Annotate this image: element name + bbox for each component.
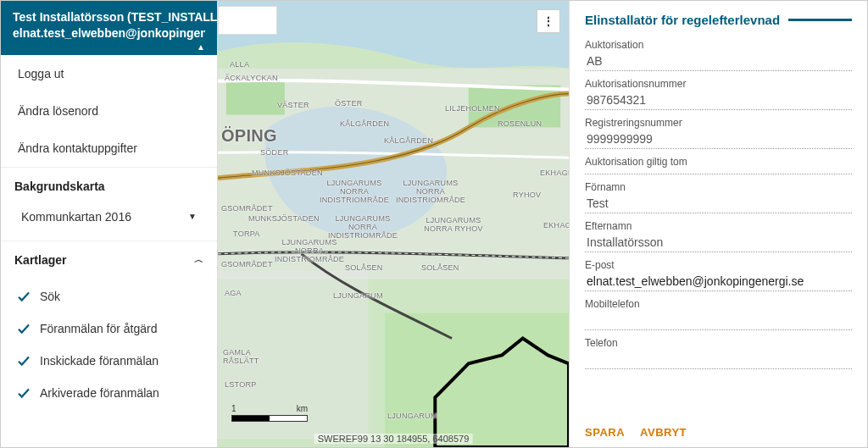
scalebar-bar — [231, 415, 308, 422]
layer-item-search[interactable]: Sök — [9, 280, 214, 312]
sidebar-user-header[interactable]: Test Installatörsson (TEST_INSTALLER) el… — [1, 1, 217, 55]
basemap-section-title: Bakgrundskarta — [1, 168, 217, 202]
value-regnum: 9999999999 — [585, 130, 852, 148]
label-email: E-post — [585, 259, 852, 271]
field-phone[interactable]: Telefon — [585, 337, 852, 369]
label-mobile: Mobiltelefon — [585, 298, 852, 310]
user-name: Test Installatörsson (TEST_INSTALLER) — [13, 9, 205, 25]
scale-value: 1 — [231, 404, 236, 413]
chevron-up-icon: ︿ — [194, 253, 203, 266]
label-regnum: Registreringsnummer — [585, 117, 852, 129]
field-regnum: Registreringsnummer 9999999999 — [585, 117, 852, 149]
map-layer-box[interactable] — [218, 6, 277, 35]
value-firstname: Test — [585, 194, 852, 213]
layer-label: Arkiverade föranmälan — [40, 386, 159, 400]
chevron-down-icon: ▼ — [188, 212, 197, 221]
user-email: elnat.test_elwebben@jonkopingenergi — [13, 25, 205, 41]
input-mobile[interactable] — [585, 311, 852, 329]
layer-item-inskickade[interactable]: Inskickade föranmälan — [9, 345, 214, 377]
input-phone[interactable] — [585, 350, 852, 368]
layer-label: Inskickade föranmälan — [40, 354, 159, 368]
field-email[interactable]: E-post — [585, 259, 852, 291]
field-lastname: Efternamn Installatörsson — [585, 220, 852, 252]
panel-title-row: Elinstallatör för regelefterlevnad — [585, 13, 852, 27]
label-valid: Auktorisation giltig tom — [585, 156, 852, 168]
divider — [585, 368, 852, 369]
check-icon — [16, 353, 31, 368]
panel-title-line — [788, 19, 852, 21]
scale-unit: km — [297, 404, 308, 413]
label-firstname: Förnamn — [585, 181, 852, 193]
layer-label: Sök — [40, 290, 60, 303]
layer-item-arkiverade[interactable]: Arkiverade föranmälan — [9, 377, 214, 409]
divider — [585, 109, 852, 110]
panel-title: Elinstallatör för regelefterlevnad — [585, 13, 780, 27]
panel-actions: SPARA AVBRYT — [585, 414, 852, 439]
map-menu-button[interactable]: ⋮ — [537, 9, 560, 33]
layer-list: Sök Föranmälan för åtgärd Inskickade för… — [1, 275, 217, 409]
basemap-selected: Kommunkartan 2016 — [21, 210, 131, 224]
divider — [585, 174, 852, 174]
map-coordinates: SWEREF99 13 30 184955, 6408579 — [314, 434, 473, 444]
divider — [585, 290, 852, 291]
menu-change-password[interactable]: Ändra lösenord — [1, 92, 217, 130]
account-menu: Logga ut Ändra lösenord Ändra kontaktupp… — [1, 55, 217, 168]
svg-rect-3 — [226, 81, 285, 115]
map-scalebar: 1 km — [231, 404, 308, 422]
save-button[interactable]: SPARA — [585, 426, 625, 439]
label-authnum: Auktorisationsnummer — [585, 78, 852, 90]
input-email[interactable] — [585, 272, 852, 290]
check-icon — [16, 321, 31, 336]
cancel-button[interactable]: AVBRYT — [640, 426, 687, 439]
field-valid: Auktorisation giltig tom — [585, 156, 852, 174]
layer-label: Föranmälan för åtgärd — [40, 322, 158, 335]
divider — [585, 252, 852, 252]
map-canvas[interactable]: ⋮ ÖPING ALLA ÄCKALYCKAN VÄSTER ÖSTER KÅL… — [218, 1, 569, 447]
field-auth: Auktorisation AB — [585, 39, 852, 71]
value-lastname: Installatörsson — [585, 233, 852, 252]
layers-title-label: Kartlager — [14, 253, 66, 267]
check-icon — [16, 289, 31, 304]
label-phone: Telefon — [585, 337, 852, 349]
field-mobile[interactable]: Mobiltelefon — [585, 298, 852, 330]
value-authnum: 987654321 — [585, 91, 852, 109]
kebab-icon: ⋮ — [542, 14, 554, 28]
menu-logout[interactable]: Logga ut — [1, 55, 217, 92]
sidebar: Test Installatörsson (TEST_INSTALLER) el… — [1, 1, 218, 447]
menu-change-contact[interactable]: Ändra kontaktuppgifter — [1, 130, 217, 167]
divider — [585, 329, 852, 330]
svg-rect-5 — [385, 313, 569, 447]
label-auth: Auktorisation — [585, 39, 852, 51]
layer-item-foranmalan-atgard[interactable]: Föranmälan för åtgärd — [9, 312, 214, 345]
field-authnum: Auktorisationsnummer 987654321 — [585, 78, 852, 110]
chevron-up-icon: ▲ — [197, 41, 205, 53]
map-svg — [218, 1, 569, 447]
details-panel: Elinstallatör för regelefterlevnad Aukto… — [569, 1, 867, 447]
basemap-title-label: Bakgrundskarta — [14, 180, 105, 193]
app-root: Test Installatörsson (TEST_INSTALLER) el… — [0, 0, 868, 448]
divider — [585, 213, 852, 213]
layers-section-title[interactable]: Kartlager ︿ — [1, 241, 217, 275]
field-firstname: Förnamn Test — [585, 181, 852, 213]
basemap-dropdown[interactable]: Kommunkartan 2016 ▼ — [14, 202, 203, 232]
divider — [585, 148, 852, 149]
check-icon — [16, 385, 31, 401]
divider — [585, 70, 852, 71]
label-lastname: Efternamn — [585, 220, 852, 232]
value-auth: AB — [585, 52, 852, 70]
